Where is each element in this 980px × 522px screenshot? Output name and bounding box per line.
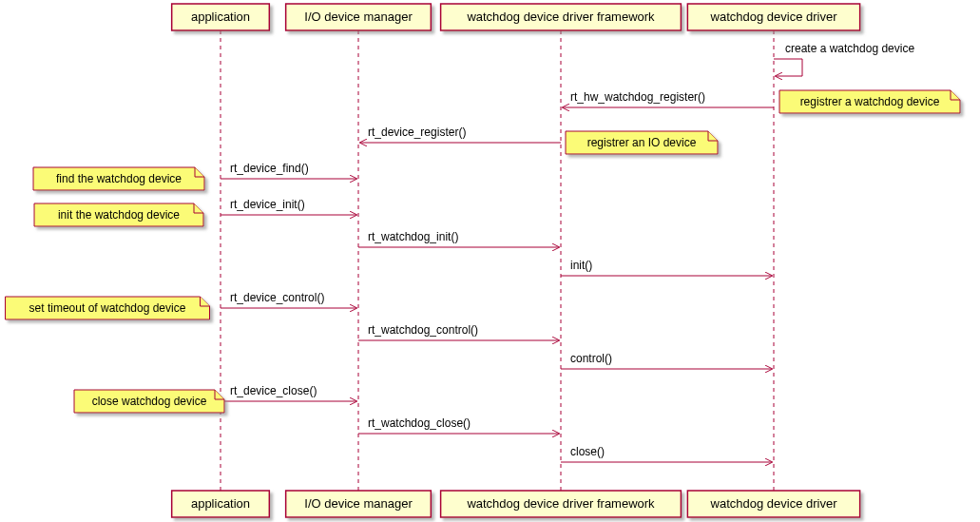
participant-label: watchdog device driver bbox=[710, 10, 838, 24]
message-arrow bbox=[774, 59, 802, 76]
participant-label: I/O device manager bbox=[304, 496, 413, 511]
participant-label: application bbox=[191, 10, 250, 24]
message-label: rt_watchdog_control() bbox=[368, 323, 478, 337]
note-label: registrer a watchdog device bbox=[800, 95, 940, 108]
message-label: init() bbox=[570, 259, 592, 272]
message-label: control() bbox=[570, 352, 612, 365]
message-label: close() bbox=[570, 445, 605, 458]
note-fold bbox=[951, 90, 960, 100]
note-label: init the watchdog device bbox=[58, 208, 180, 222]
participant-label: application bbox=[191, 496, 250, 511]
note-label: close watchdog device bbox=[92, 395, 207, 408]
message-label: rt_watchdog_init() bbox=[368, 230, 458, 243]
note-fold bbox=[194, 203, 203, 213]
message-label: rt_device_control() bbox=[230, 291, 324, 304]
message-label: rt_watchdog_close() bbox=[368, 416, 471, 430]
participant-label: watchdog device driver bbox=[710, 496, 838, 511]
message-label: rt_device_init() bbox=[230, 198, 305, 211]
note-label: registrer an IO device bbox=[587, 136, 697, 149]
message-label: rt_hw_watchdog_register() bbox=[570, 90, 705, 104]
message-label: rt_device_find() bbox=[230, 162, 309, 175]
participant-label: I/O device manager bbox=[304, 10, 413, 24]
note-fold bbox=[195, 167, 204, 177]
participant-label: watchdog device driver framework bbox=[466, 496, 655, 511]
message-label: create a watchdog device bbox=[785, 42, 914, 55]
message-label: rt_device_close() bbox=[230, 384, 317, 397]
note-label: find the watchdog device bbox=[56, 172, 182, 185]
note-fold bbox=[708, 131, 718, 141]
message-label: rt_device_register() bbox=[368, 126, 466, 139]
note-fold bbox=[201, 297, 210, 306]
note-fold bbox=[215, 390, 224, 399]
participant-label: watchdog device driver framework bbox=[466, 10, 655, 24]
note-label: set timeout of watchdog device bbox=[29, 301, 186, 315]
